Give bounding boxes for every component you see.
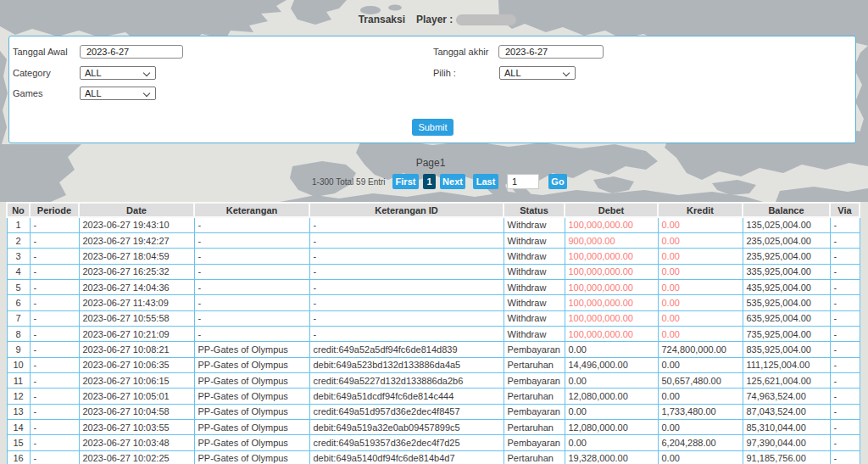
- cell-keterangan: -: [194, 295, 309, 310]
- cell-balance: 91,185,756.00: [743, 450, 830, 464]
- table-row[interactable]: 6 - 2023-06-27 11:43:09 - - Withdraw 100…: [7, 295, 860, 310]
- chevron-down-icon: [143, 90, 150, 97]
- category-select[interactable]: ALL: [80, 66, 156, 80]
- cell-keterangan: -: [194, 264, 309, 279]
- cell-keterangan-id: -: [309, 279, 504, 294]
- table-row[interactable]: 9 - 2023-06-27 10:08:21 PP-Gates of Olym…: [7, 342, 860, 357]
- cell-date: 2023-06-27 10:03:48: [79, 435, 194, 450]
- table-row[interactable]: 2 - 2023-06-27 19:42:27 - - Withdraw 900…: [7, 232, 860, 248]
- cell-keterangan-id: credit:649a52a5df94fc6de814d839: [309, 342, 504, 357]
- cell-debet: 100,000,000.00: [565, 310, 658, 326]
- cell-kredit: 0.00: [658, 295, 743, 310]
- table-row[interactable]: 16 - 2023-06-27 10:02:25 PP-Gates of Oly…: [7, 450, 860, 464]
- table-header-row: NoPeriodeDateKeteranganKeterangan IDStat…: [7, 203, 860, 217]
- cell-keterangan-id: credit:649a51d957d36e2dec4f8457: [309, 404, 504, 419]
- table-row[interactable]: 8 - 2023-06-27 10:21:09 - - Withdraw 100…: [7, 326, 860, 341]
- cell-keterangan-id: -: [309, 310, 504, 326]
- tanggal-awal-input[interactable]: [80, 45, 183, 59]
- go-button[interactable]: Go: [548, 174, 567, 189]
- cell-balance: 235,925,004.00: [743, 249, 830, 264]
- cell-keterangan: -: [194, 310, 309, 326]
- page-number-input[interactable]: [507, 174, 539, 189]
- cell-kredit: 0.00: [658, 217, 743, 232]
- cell-no: 12: [7, 389, 30, 404]
- cell-no: 7: [7, 310, 30, 326]
- last-page-button[interactable]: Last: [473, 174, 498, 189]
- cell-periode: -: [30, 450, 79, 464]
- table-row[interactable]: 13 - 2023-06-27 10:04:58 PP-Gates of Oly…: [7, 404, 860, 419]
- table-row[interactable]: 5 - 2023-06-27 14:04:36 - - Withdraw 100…: [7, 279, 860, 294]
- cell-status: Pembayaran: [504, 342, 565, 357]
- category-select-value: ALL: [85, 68, 102, 78]
- cell-keterangan-id: debit:649a519a32e0ab09457899c5: [309, 419, 504, 434]
- table-row[interactable]: 1 - 2023-06-27 19:43:10 - - Withdraw 100…: [7, 217, 860, 232]
- column-header-periode: Periode: [30, 203, 79, 217]
- chevron-down-icon: [563, 70, 570, 76]
- filter-panel: Tanggal Awal Tanggal akhir Category ALL …: [8, 36, 856, 143]
- cell-via: -: [830, 217, 860, 232]
- cell-keterangan: PP-Gates of Olympus: [194, 404, 309, 419]
- cell-no: 2: [7, 232, 30, 248]
- cell-no: 10: [7, 357, 30, 372]
- column-header-no: No: [7, 203, 30, 217]
- cell-keterangan: -: [194, 249, 309, 264]
- cell-no: 5: [7, 279, 30, 294]
- category-label: Category: [13, 68, 51, 78]
- cell-periode: -: [30, 389, 79, 404]
- cell-periode: -: [30, 295, 79, 310]
- cell-date: 2023-06-27 10:21:09: [79, 326, 194, 341]
- cell-no: 1: [7, 217, 30, 232]
- cell-kredit: 50,657,480.00: [658, 372, 743, 388]
- cell-date: 2023-06-27 10:05:01: [79, 389, 194, 404]
- next-page-button[interactable]: Next: [440, 174, 465, 189]
- cell-via: -: [830, 249, 860, 264]
- column-header-balance: Balance: [743, 203, 830, 217]
- cell-no: 11: [7, 372, 30, 388]
- cell-periode: -: [30, 372, 79, 388]
- cell-keterangan-id: credit:649a5227d132d133886da2b6: [309, 372, 504, 388]
- cell-keterangan: -: [194, 279, 309, 294]
- table-row[interactable]: 14 - 2023-06-27 10:03:55 PP-Gates of Oly…: [7, 419, 860, 434]
- table-row[interactable]: 12 - 2023-06-27 10:05:01 PP-Gates of Oly…: [7, 389, 860, 404]
- cell-debet: 0.00: [565, 435, 658, 450]
- tanggal-akhir-input[interactable]: [498, 45, 604, 59]
- cell-kredit: 0.00: [658, 264, 743, 279]
- table-row[interactable]: 7 - 2023-06-27 10:55:58 - - Withdraw 100…: [7, 310, 860, 326]
- cell-balance: 435,925,004.00: [743, 279, 830, 294]
- games-select[interactable]: ALL: [80, 87, 156, 100]
- cell-no: 14: [7, 419, 30, 434]
- pilih-label: Pilih :: [433, 68, 456, 78]
- cell-periode: -: [30, 264, 79, 279]
- cell-status: Withdraw: [504, 326, 565, 341]
- table-row[interactable]: 4 - 2023-06-27 16:25:32 - - Withdraw 100…: [7, 264, 860, 279]
- cell-no: 9: [7, 342, 30, 357]
- cell-date: 2023-06-27 10:06:35: [79, 357, 194, 372]
- current-page-button[interactable]: 1: [423, 174, 436, 189]
- cell-periode: -: [30, 310, 79, 326]
- cell-balance: 85,310,044.00: [743, 419, 830, 434]
- cell-kredit: 0.00: [658, 389, 743, 404]
- cell-keterangan-id: debit:649a51dcdf94fc6de814c444: [309, 389, 504, 404]
- cell-kredit: 724,800,000.00: [658, 342, 743, 357]
- player-label: Player :: [416, 14, 453, 25]
- cell-kredit: 6,204,288.00: [658, 435, 743, 450]
- cell-date: 2023-06-27 16:25:32: [79, 264, 194, 279]
- cell-keterangan-id: -: [309, 295, 504, 310]
- cell-via: -: [830, 357, 860, 372]
- table-row[interactable]: 10 - 2023-06-27 10:06:35 PP-Gates of Oly…: [7, 357, 860, 372]
- cell-no: 16: [7, 450, 30, 464]
- table-row[interactable]: 15 - 2023-06-27 10:03:48 PP-Gates of Oly…: [7, 435, 860, 450]
- cell-debet: 0.00: [565, 404, 658, 419]
- table-row[interactable]: 3 - 2023-06-27 18:04:59 - - Withdraw 100…: [7, 249, 860, 264]
- games-select-value: ALL: [85, 88, 102, 98]
- cell-kredit: 0.00: [658, 419, 743, 434]
- cell-keterangan-id: debit:649a5140df94fc6de814b4d7: [309, 450, 504, 464]
- table-row[interactable]: 11 - 2023-06-27 10:06:15 PP-Gates of Oly…: [7, 372, 860, 388]
- cell-status: Withdraw: [504, 295, 565, 310]
- submit-button[interactable]: Submit: [412, 119, 453, 136]
- cell-balance: 125,621,004.00: [743, 372, 830, 388]
- pilih-select[interactable]: ALL: [499, 66, 576, 80]
- cell-debet: 100,000,000.00: [565, 217, 658, 232]
- first-page-button[interactable]: First: [392, 174, 419, 189]
- page-number-label: Page1: [0, 157, 865, 169]
